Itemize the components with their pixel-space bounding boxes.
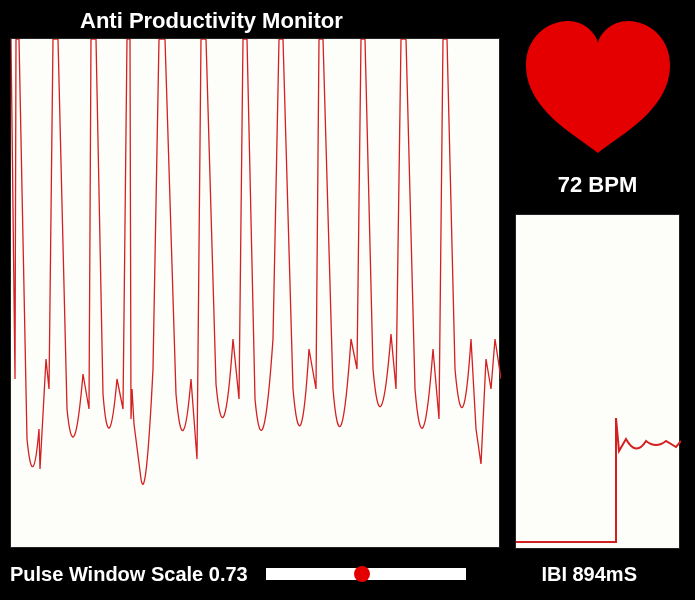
side-panel: 72 BPM <box>510 10 685 549</box>
ibi-waveform-path <box>516 418 681 542</box>
ibi-label: IBI 894mS <box>541 563 637 586</box>
bpm-readout: 72 BPM <box>510 172 685 198</box>
pulse-waveform-svg <box>11 39 501 549</box>
ibi-waveform-svg <box>516 215 681 550</box>
heart-icon <box>518 15 678 155</box>
pulse-waveform-path <box>11 39 501 484</box>
slider-thumb[interactable] <box>354 566 370 582</box>
ibi-prefix: IBI <box>541 563 572 585</box>
pulse-main-chart <box>10 38 500 548</box>
footer-bar: Pulse Window Scale 0.73 IBI 894mS <box>10 558 685 590</box>
heart-box <box>510 10 685 160</box>
app-title: Anti Productivity Monitor <box>80 8 343 34</box>
ibi-value: 894mS <box>573 563 638 585</box>
scale-value: 0.73 <box>209 563 248 585</box>
scale-slider[interactable] <box>266 566 466 582</box>
scale-label: Pulse Window Scale 0.73 <box>10 563 248 586</box>
ibi-side-chart <box>515 214 680 549</box>
scale-label-prefix: Pulse Window Scale <box>10 563 209 585</box>
